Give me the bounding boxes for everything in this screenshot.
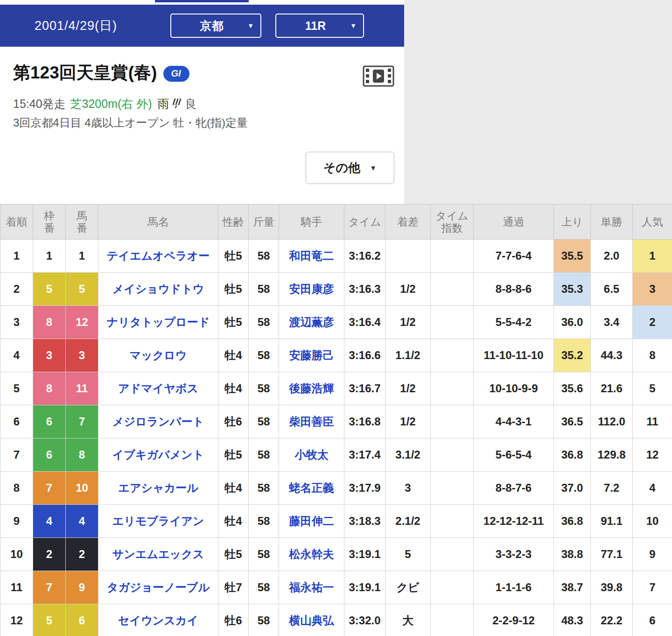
time-index [431,538,474,571]
passing-order: 11-10-11-10 [474,339,554,372]
margin: クビ [385,571,431,604]
jockey-cell: 松永幹夫 [279,538,344,571]
finish-time: 3:19.1 [344,571,385,604]
horse-name-link[interactable]: エアシャカール [118,481,198,494]
time-index [431,472,474,505]
horse-name-link[interactable]: テイエムオペラオー [107,249,210,262]
jockey-link[interactable]: 安田康彦 [289,283,334,295]
column-header: タイム [344,205,385,240]
frame-number: 7 [33,472,66,505]
finish-position: 1 [0,240,33,273]
horse-name-cell: ナリタトップロード [98,306,218,339]
jockey-link[interactable]: 藤田伸二 [289,515,334,527]
last-3f-time: 48.3 [554,604,591,636]
passing-order: 1-1-1-6 [474,571,554,604]
popularity: 4 [633,472,672,505]
jockey-link[interactable]: 横山典弘 [289,614,334,627]
passing-order: 3-3-2-3 [474,538,554,571]
passing-order: 4-4-3-1 [474,405,554,438]
column-header: 人気 [633,205,672,240]
column-header: 単勝 [591,205,633,240]
sex-age: 牡7 [218,571,249,604]
horse-number: 9 [66,571,98,604]
win-odds: 2.0 [591,240,633,273]
carried-weight: 58 [249,472,279,505]
finish-time: 3:17.9 [344,472,385,505]
popularity: 5 [633,372,672,405]
time-index [431,372,474,405]
win-odds: 91.1 [591,505,633,538]
video-icon[interactable] [363,65,394,87]
result-row: 6 6 7 メジロランバート 牡6 58 柴田善臣 3:16.8 1/2 4-4… [0,405,672,438]
jockey-cell: 横山典弘 [279,604,344,636]
horse-name-link[interactable]: エリモブライアン [112,515,204,527]
carried-weight: 58 [249,339,279,372]
carried-weight: 58 [249,438,279,472]
result-row: 5 8 11 アドマイヤボス 牡4 58 後藤浩輝 3:16.7 1/2 10-… [0,372,672,405]
finish-position: 6 [0,405,33,438]
popularity: 6 [633,604,672,636]
win-odds: 7.2 [591,472,633,505]
sex-age: 牡5 [218,438,249,472]
time-index [431,505,474,538]
horse-number: 12 [66,306,98,339]
time-index [431,405,474,438]
jockey-link[interactable]: 後藤浩輝 [289,382,334,395]
horse-name-link[interactable]: イブキガバメント [112,448,204,461]
horse-number: 11 [66,372,98,405]
horse-name-link[interactable]: サンエムエックス [112,548,204,560]
finish-position: 7 [0,438,33,472]
finish-position: 9 [0,505,33,538]
horse-name-cell: タガジョーノーブル [98,571,218,604]
finish-time: 3:16.4 [344,306,385,339]
last-3f-time: 35.3 [554,273,591,306]
popularity: 12 [633,438,672,472]
jockey-cell: 和田竜二 [279,240,344,273]
finish-position: 10 [0,538,33,571]
frame-number: 5 [33,604,66,636]
jockey-link[interactable]: 小牧太 [295,448,329,461]
horse-name-link[interactable]: アドマイヤボス [118,382,198,395]
result-row: 11 7 9 タガジョーノーブル 牡7 58 福永祐一 3:19.1 クビ 1-… [0,571,672,604]
horse-name-cell: メイショウドトウ [98,273,218,306]
horse-name-cell: エリモブライアン [98,505,218,538]
other-dropdown-button[interactable]: その他 ▼ [306,152,394,184]
finish-time: 3:32.0 [344,604,385,636]
horse-name-link[interactable]: メイショウドトウ [112,283,204,295]
last-3f-time: 36.5 [554,405,591,438]
horse-name-link[interactable]: セイウンスカイ [118,614,198,627]
horse-name-link[interactable]: マックロウ [130,349,187,361]
time-index [431,273,474,306]
jockey-link[interactable]: 松永幹夫 [289,548,334,560]
track-dropdown[interactable]: 京都 ▼ [170,14,261,38]
horse-name-link[interactable]: ナリタトップロード [107,316,210,328]
jockey-link[interactable]: 柴田善臣 [289,415,334,428]
horse-name-cell: セイウンスカイ [98,604,218,636]
jockey-link[interactable]: 福永祐一 [289,581,334,594]
race-number-dropdown[interactable]: 11R ▼ [275,14,364,38]
sex-age: 牡4 [218,339,249,372]
horse-number: 3 [66,339,98,372]
passing-order: 10-10-9-9 [474,372,554,405]
result-row: 10 2 2 サンエムエックス 牡5 58 松永幹夫 3:19.1 5 3-3-… [0,538,672,571]
horse-name-cell: テイエムオペラオー [98,240,218,273]
win-odds: 39.8 [591,571,633,604]
race-conditions-row: 15:40発走 芝3200m(右 外) 雨 良 [13,96,197,112]
race-header-panel: 2001/4/29(日) 京都 ▼ 11R ▼ 第123回天皇賞(春) GI 1… [0,0,404,204]
finish-time: 3:16.7 [344,372,385,405]
frame-number: 8 [33,306,66,339]
last-3f-time: 37.0 [554,472,591,505]
horse-name-cell: イブキガバメント [98,438,218,472]
jockey-link[interactable]: 和田竜二 [289,249,334,262]
jockey-link[interactable]: 渡辺薫彦 [289,316,334,328]
table-header-row: 着順枠 番馬 番馬名性齢斤量騎手タイム着差タイム 指数通過上り単勝人気 [0,205,672,240]
jockey-link[interactable]: 安藤勝己 [289,349,334,361]
finish-position: 5 [0,372,33,405]
jockey-link[interactable]: 蛯名正義 [289,481,334,494]
passing-order: 12-12-12-11 [474,505,554,538]
horse-name-link[interactable]: タガジョーノーブル [107,581,210,594]
horse-name-link[interactable]: メジロランバート [112,415,204,428]
race-title: 第123回天皇賞(春) [13,64,157,83]
win-odds: 44.3 [591,339,633,372]
sex-age: 牡6 [218,604,249,636]
